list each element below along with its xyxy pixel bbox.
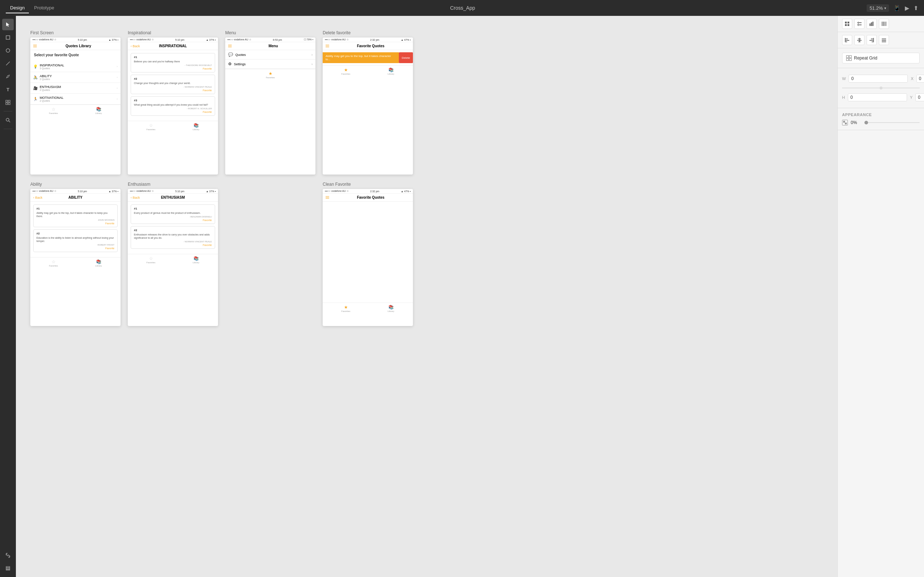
tab-favorites[interactable]: ★Favorites [341,305,351,312]
tab-library[interactable]: 📚Library [95,259,102,267]
back-btn[interactable]: ‹ Back [33,196,43,200]
list-item[interactable]: 🏃 MOTIVATIONAL2 Quotes › [30,94,121,105]
delete-button[interactable]: Delete [399,52,413,63]
artboard-delete-fav[interactable]: •••○○ vodafone AU ☆2:32 pm▲ 47% ▪ Favori… [323,37,413,174]
svg-rect-14 [848,22,849,23]
svg-rect-1 [6,36,10,39]
tab-library[interactable]: 📚Library [95,107,102,114]
list-item[interactable]: 💡 INSPIRATIONAL3 Quotes › [30,61,121,72]
artboard-inspirational-wrapper: Inspirational •••○○ vodafone AU ☆5:10 pm… [128,30,218,174]
tab-library[interactable]: 📚Library [193,123,199,131]
quote-item: #1 Believe you can and you're halfway th… [131,53,215,73]
list-item[interactable]: 🎥 ENTHUSIASM2 Quotes › [30,83,121,94]
hamburger-icon[interactable] [326,45,329,48]
phone-status: •••○○ vodafone AU ☆2:32 pm▲ 47% ▪ [323,189,413,193]
tab-favorites[interactable]: ★Favorites [341,68,351,75]
hamburger-icon[interactable] [228,45,232,48]
svg-rect-38 [874,38,874,42]
hamburger-icon[interactable] [33,45,37,48]
svg-rect-46 [843,121,845,122]
artboard-first-screen-wrapper: First Screen •••○○ vodafone AU ☆5:10 pm▲… [30,30,121,174]
tab-library[interactable]: 📚Library [388,68,394,75]
tool-pen[interactable] [2,71,14,82]
tab-design[interactable]: Design [6,3,29,13]
tab-favorites[interactable]: ★Favorites [266,71,275,79]
svg-rect-18 [857,24,861,25]
tool-search[interactable] [2,114,14,126]
svg-rect-13 [845,22,847,23]
tab-favorites[interactable]: ☆Favorites [147,123,155,131]
artboard-delete-fav-wrapper: Delete favorite •••○○ vodafone AU ☆2:32 … [323,30,413,174]
svg-line-9 [9,121,10,122]
tool-layers[interactable] [2,562,14,574]
tab-bar: ☆Favorites 📚Library [30,105,121,116]
align-icon-vbars[interactable] [879,19,889,29]
x-input[interactable] [916,75,924,82]
align-icons-row [838,16,924,32]
align-right-icon[interactable] [867,35,877,45]
tab-library[interactable]: 📚Library [388,305,394,312]
opacity-row: 0% [842,120,920,126]
menu-item-quotes[interactable]: 💬Quotes › [225,50,315,60]
artboard-menu[interactable]: •••○○ vodafone AU ☆8:53 pm☐ 79% ▪ Menu 💬… [225,37,315,174]
artboard-clean-fav-wrapper: Clean Favorite •••○○ vodafone AU ☆2:32 p… [323,182,413,326]
artboard-ability[interactable]: •••○○ vodafone AU ☆5:10 pm▲ 37% ▪ ‹ Back… [30,189,121,326]
align-icon-chart[interactable] [867,19,877,29]
share-icon[interactable]: ⬆ [914,5,918,11]
appearance-section: APPEARANCE 0% [838,108,924,130]
align-icon-grid[interactable] [842,19,852,29]
y-input[interactable] [915,93,924,102]
svg-rect-10 [6,567,10,567]
svg-rect-39 [882,39,886,39]
tab-favorites[interactable]: ☆Favorites [147,256,155,264]
menu-item-settings[interactable]: ⚙Settings › [225,60,315,69]
svg-rect-26 [886,22,887,26]
svg-rect-21 [871,23,872,26]
align-left-icon[interactable] [842,35,852,45]
tool-link[interactable] [2,550,14,561]
artboard-clean-fav[interactable]: •••○○ vodafone AU ☆2:32 pm▲ 47% ▪ Favori… [323,189,413,326]
artboard-grid: First Screen •••○○ vodafone AU ☆5:10 pm▲… [30,30,823,326]
tool-rectangle[interactable] [2,32,14,43]
x-label: X [911,76,913,81]
phone-preview-icon[interactable]: 📱 [893,5,901,11]
align-icon-halign[interactable] [855,19,864,29]
quote-item: #2 Education is the ability to listen to… [33,229,118,252]
back-btn[interactable]: ‹ Back [131,44,140,48]
align-center-h-icon[interactable] [855,35,864,45]
repeat-grid-section: Repeat Grid [838,48,924,68]
tool-component[interactable] [2,97,14,108]
hamburger-icon[interactable] [326,196,329,199]
svg-rect-4 [6,100,8,102]
align-justify-icon[interactable] [879,35,889,45]
artboard-enthusiasm[interactable]: •••○○ vodafone AU ☆5:10 pm▲ 37% ▪ ‹ Back… [128,189,218,326]
w-input[interactable] [848,75,908,82]
tab-favorites[interactable]: ☆Favorites [49,259,58,267]
back-btn[interactable]: ‹ Back [131,196,140,200]
tab-favorites[interactable]: ☆Favorites [49,107,58,114]
tool-select[interactable] [2,19,14,30]
toolbar-separator-2 [3,129,12,129]
tab-library[interactable]: 📚Library [193,256,199,264]
tool-text[interactable]: T [2,84,14,95]
artboard-ability-wrapper: Ability •••○○ vodafone AU ☆5:10 pm▲ 37% … [30,182,121,326]
tab-prototype[interactable]: Prototype [30,3,58,13]
artboard-inspirational[interactable]: •••○○ vodafone AU ☆5:10 pm▲ 37% ▪ ‹ Back… [128,37,218,174]
tab-bar: ★Favorites 📚Library [323,65,413,77]
opacity-slider[interactable] [864,122,920,123]
svg-rect-36 [869,40,874,41]
repeat-grid-button[interactable]: Repeat Grid [842,53,920,63]
artboard-first-screen[interactable]: •••○○ vodafone AU ☆5:10 pm▲ 37% ▪ Quotes… [30,37,121,174]
play-icon[interactable]: ▶ [905,5,909,11]
phone-status: •••○○ vodafone AU ☆5:10 pm▲ 37% ▪ [30,189,121,193]
opacity-slider-thumb[interactable] [864,121,868,124]
phone-status: •••○○ vodafone AU ☆5:10 pm▲ 37% ▪ [128,189,218,193]
h-input[interactable] [848,93,907,102]
zoom-control[interactable]: 51.2% ▾ [867,4,889,12]
list-item[interactable]: 🚴 ABILITY2 Quotes › [30,72,121,83]
screen-title: ABILITY [69,195,82,200]
tool-line[interactable] [2,58,14,69]
canvas: First Screen •••○○ vodafone AU ☆5:10 pm▲… [16,16,837,577]
tool-ellipse[interactable] [2,45,14,56]
quote-item: #2 Change your thoughts and you change y… [131,75,215,94]
